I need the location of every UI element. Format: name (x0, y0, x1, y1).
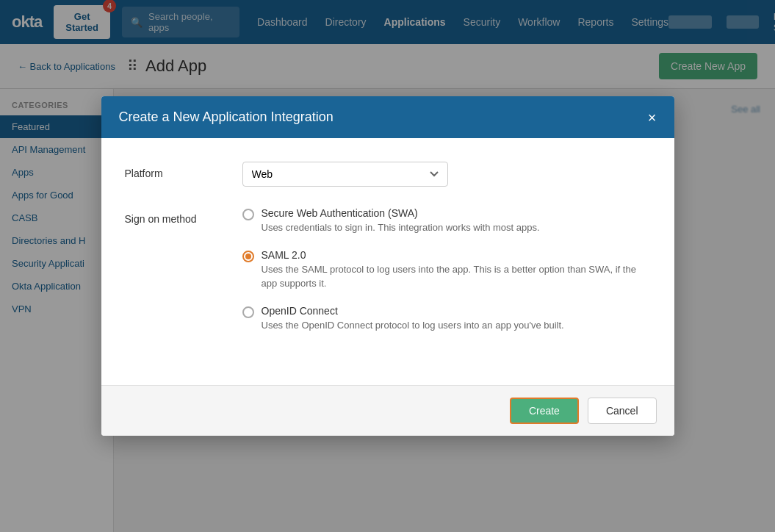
sign-on-options: Secure Web Authentication (SWA) Uses cre… (242, 207, 651, 347)
modal-footer: Create Cancel (101, 385, 674, 436)
saml-radio[interactable] (242, 251, 254, 262)
saml-desc: Uses the SAML protocol to log users into… (262, 263, 651, 290)
sign-on-method-row: Sign on method Secure Web Authentication… (125, 207, 651, 347)
saml-option: SAML 2.0 Uses the SAML protocol to log u… (242, 249, 651, 290)
platform-row: Platform Web Native Single-Page App Serv… (125, 162, 651, 187)
platform-select[interactable]: Web Native Single-Page App Service (242, 162, 448, 187)
saml-radio-inner (245, 254, 251, 259)
oidc-label: OpenID Connect (262, 305, 564, 317)
swa-desc: Uses credentials to sign in. This integr… (262, 221, 540, 234)
sign-on-method-label: Sign on method (125, 207, 242, 225)
modal-close-button[interactable]: × (648, 110, 657, 125)
swa-option: Secure Web Authentication (SWA) Uses cre… (242, 207, 651, 234)
oidc-text: OpenID Connect Uses the OpenID Connect p… (262, 305, 564, 332)
oidc-desc: Uses the OpenID Connect protocol to log … (262, 319, 564, 332)
platform-control: Web Native Single-Page App Service (242, 162, 651, 187)
platform-label: Platform (125, 162, 242, 179)
saml-text: SAML 2.0 Uses the SAML protocol to log u… (262, 249, 651, 290)
create-button[interactable]: Create (510, 398, 579, 424)
modal-dialog: Create a New Application Integration × P… (101, 96, 674, 436)
modal-header: Create a New Application Integration × (101, 96, 674, 138)
oidc-option: OpenID Connect Uses the OpenID Connect p… (242, 305, 651, 332)
cancel-button[interactable]: Cancel (588, 398, 657, 424)
modal-overlay: Create a New Application Integration × P… (0, 0, 775, 532)
swa-label: Secure Web Authentication (SWA) (262, 207, 540, 219)
swa-text: Secure Web Authentication (SWA) Uses cre… (262, 207, 540, 234)
modal-title: Create a New Application Integration (119, 109, 334, 125)
modal-body: Platform Web Native Single-Page App Serv… (101, 138, 674, 385)
oidc-radio[interactable] (242, 306, 254, 318)
saml-label: SAML 2.0 (262, 249, 651, 261)
swa-radio[interactable] (242, 209, 254, 220)
